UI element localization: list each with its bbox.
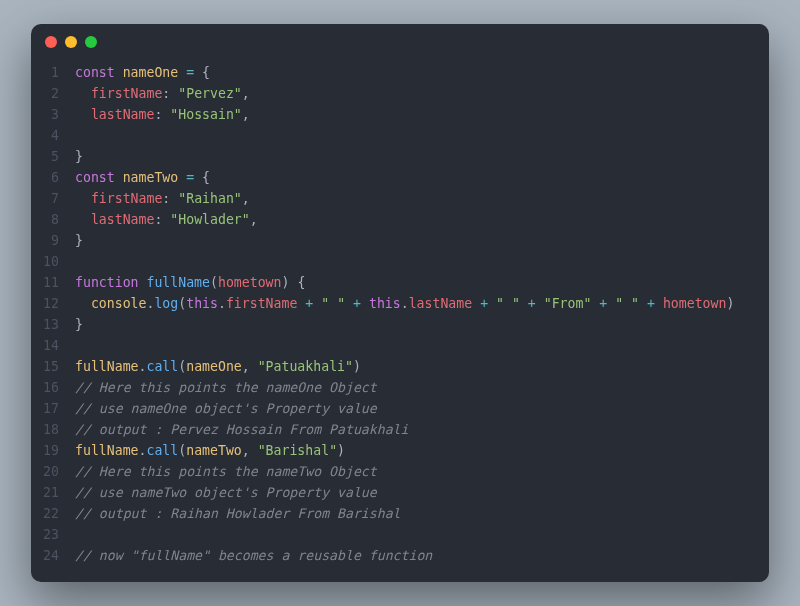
line-number: 2 bbox=[31, 83, 59, 104]
code-line: } bbox=[75, 314, 751, 335]
code-line: firstName: "Pervez", bbox=[75, 83, 751, 104]
line-number: 3 bbox=[31, 104, 59, 125]
code-editor[interactable]: 123456789101112131415161718192021222324 … bbox=[31, 60, 769, 582]
line-number: 5 bbox=[31, 146, 59, 167]
line-number: 21 bbox=[31, 482, 59, 503]
code-line: const nameTwo = { bbox=[75, 167, 751, 188]
line-number: 20 bbox=[31, 461, 59, 482]
code-line: firstName: "Raihan", bbox=[75, 188, 751, 209]
code-line: fullName.call(nameTwo, "Barishal") bbox=[75, 440, 751, 461]
line-number: 18 bbox=[31, 419, 59, 440]
line-number: 7 bbox=[31, 188, 59, 209]
line-number: 22 bbox=[31, 503, 59, 524]
line-number: 6 bbox=[31, 167, 59, 188]
line-number: 4 bbox=[31, 125, 59, 146]
line-number: 1 bbox=[31, 62, 59, 83]
line-number: 24 bbox=[31, 545, 59, 566]
line-number: 23 bbox=[31, 524, 59, 545]
code-line: lastName: "Howlader", bbox=[75, 209, 751, 230]
line-number: 11 bbox=[31, 272, 59, 293]
line-number: 8 bbox=[31, 209, 59, 230]
code-line bbox=[75, 125, 751, 146]
zoom-icon[interactable] bbox=[85, 36, 97, 48]
code-line: } bbox=[75, 230, 751, 251]
code-line: // Here this points the nameOne Object bbox=[75, 377, 751, 398]
code-line: // output : Raihan Howlader From Barisha… bbox=[75, 503, 751, 524]
line-number: 16 bbox=[31, 377, 59, 398]
code-line: } bbox=[75, 146, 751, 167]
code-content[interactable]: const nameOne = { firstName: "Pervez", l… bbox=[75, 62, 751, 572]
line-number: 9 bbox=[31, 230, 59, 251]
code-line: console.log(this.firstName + " " + this.… bbox=[75, 293, 751, 314]
code-line: const nameOne = { bbox=[75, 62, 751, 83]
code-window: 123456789101112131415161718192021222324 … bbox=[31, 24, 769, 582]
titlebar bbox=[31, 24, 769, 60]
minimize-icon[interactable] bbox=[65, 36, 77, 48]
line-number: 12 bbox=[31, 293, 59, 314]
line-number: 19 bbox=[31, 440, 59, 461]
line-number: 17 bbox=[31, 398, 59, 419]
line-number-gutter: 123456789101112131415161718192021222324 bbox=[31, 62, 75, 572]
code-line bbox=[75, 251, 751, 272]
code-line: // output : Pervez Hossain From Patuakha… bbox=[75, 419, 751, 440]
code-line: lastName: "Hossain", bbox=[75, 104, 751, 125]
line-number: 14 bbox=[31, 335, 59, 356]
line-number: 10 bbox=[31, 251, 59, 272]
close-icon[interactable] bbox=[45, 36, 57, 48]
code-line: // use nameTwo object's Property value bbox=[75, 482, 751, 503]
line-number: 13 bbox=[31, 314, 59, 335]
code-line: // Here this points the nameTwo Object bbox=[75, 461, 751, 482]
code-line: // use nameOne object's Property value bbox=[75, 398, 751, 419]
code-line bbox=[75, 524, 751, 545]
code-line: function fullName(hometown) { bbox=[75, 272, 751, 293]
code-line: fullName.call(nameOne, "Patuakhali") bbox=[75, 356, 751, 377]
line-number: 15 bbox=[31, 356, 59, 377]
code-line bbox=[75, 335, 751, 356]
code-line: // now "fullName" becomes a reusable fun… bbox=[75, 545, 751, 566]
